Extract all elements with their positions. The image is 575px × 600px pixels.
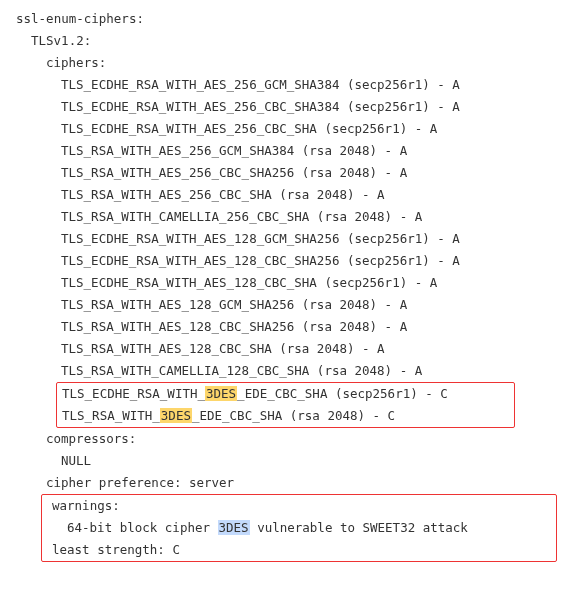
cipher-output: ssl-enum-ciphers: TLSv1.2: ciphers: TLS_… [0,0,575,562]
cipher-row: TLS_ECDHE_RSA_WITH_AES_128_GCM_SHA256 (s… [16,228,575,250]
cipher-row: TLS_RSA_WITH_AES_128_CBC_SHA (rsa 2048) … [16,338,575,360]
protocol-heading: TLSv1.2: [16,30,575,52]
warning-text: vulnerable to SWEET32 attack [250,520,468,535]
weak-ciphers-callout: TLS_ECDHE_RSA_WITH_3DES_EDE_CBC_SHA (sec… [56,382,515,428]
highlight-token: 3DES [160,408,192,423]
cipher-row: TLS_ECDHE_RSA_WITH_AES_128_CBC_SHA (secp… [16,272,575,294]
cipher-row: TLS_RSA_WITH_AES_128_CBC_SHA256 (rsa 204… [16,316,575,338]
cipher-row: TLS_RSA_WITH_CAMELLIA_256_CBC_SHA (rsa 2… [16,206,575,228]
cipher-text: _EDE_CBC_SHA (secp256r1) - C [237,386,448,401]
cipher-text: _EDE_CBC_SHA (rsa 2048) - C [192,408,395,423]
cipher-text: TLS_RSA_WITH_ [62,408,160,423]
compressors-heading: compressors: [16,428,575,450]
highlight-token: 3DES [205,386,237,401]
warning-row: 64-bit block cipher 3DES vulnerable to S… [47,517,552,539]
cipher-row: TLS_RSA_WITH_AES_256_CBC_SHA256 (rsa 204… [16,162,575,184]
cipher-row: TLS_RSA_WITH_AES_256_CBC_SHA (rsa 2048) … [16,184,575,206]
warnings-heading: warnings: [47,495,552,517]
cipher-row: TLS_RSA_WITH_AES_256_GCM_SHA384 (rsa 204… [16,140,575,162]
cipher-preference: cipher preference: server [16,472,575,494]
cipher-row: TLS_RSA_WITH_AES_128_GCM_SHA256 (rsa 204… [16,294,575,316]
cipher-row: TLS_RSA_WITH_CAMELLIA_128_CBC_SHA (rsa 2… [16,360,575,382]
least-strength: least strength: C [47,539,552,561]
cipher-text: TLS_ECDHE_RSA_WITH_ [62,386,205,401]
highlight-token: 3DES [218,520,250,535]
warning-text: 64-bit block cipher [67,520,218,535]
cipher-row: TLS_ECDHE_RSA_WITH_AES_128_CBC_SHA256 (s… [16,250,575,272]
ciphers-heading: ciphers: [16,52,575,74]
section-title: ssl-enum-ciphers: [16,8,575,30]
warnings-callout: warnings: 64-bit block cipher 3DES vulne… [41,494,557,562]
weak-cipher-row: TLS_ECDHE_RSA_WITH_3DES_EDE_CBC_SHA (sec… [62,383,510,405]
weak-cipher-row: TLS_RSA_WITH_3DES_EDE_CBC_SHA (rsa 2048)… [62,405,510,427]
compressors-value: NULL [16,450,575,472]
cipher-row: TLS_ECDHE_RSA_WITH_AES_256_GCM_SHA384 (s… [16,74,575,96]
cipher-row: TLS_ECDHE_RSA_WITH_AES_256_CBC_SHA (secp… [16,118,575,140]
cipher-row: TLS_ECDHE_RSA_WITH_AES_256_CBC_SHA384 (s… [16,96,575,118]
